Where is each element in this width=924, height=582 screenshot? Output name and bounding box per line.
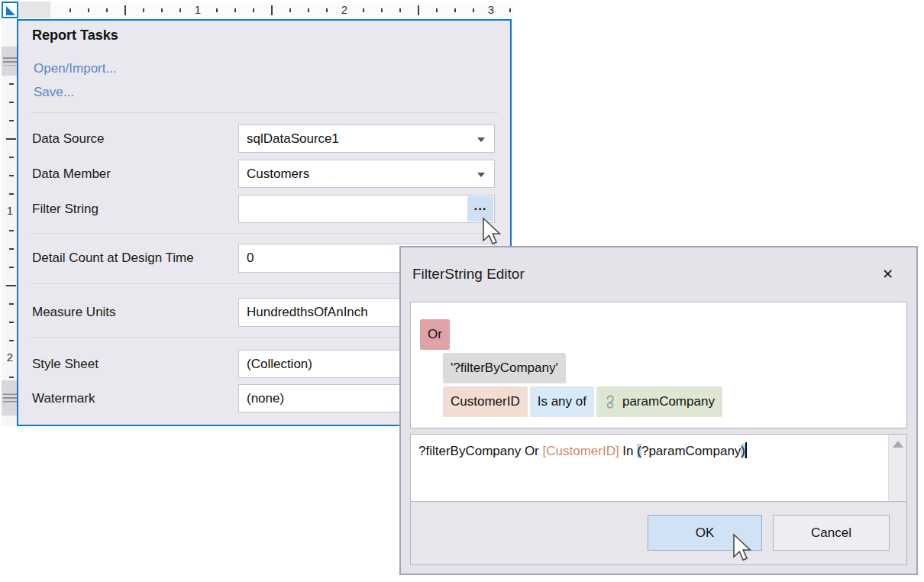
mouse-cursor	[732, 533, 753, 565]
watermark-label: Watermark	[32, 391, 95, 406]
save-link[interactable]: Save...	[34, 85, 74, 100]
data-member-value: Customers	[247, 167, 309, 182]
cancel-button[interactable]: Cancel	[773, 515, 890, 551]
ruler-corner[interactable]	[2, 2, 18, 18]
corner-triangle-icon	[4, 4, 18, 18]
text-caret	[745, 442, 747, 458]
style-sheet-value: (Collection)	[247, 357, 312, 372]
mouse-cursor	[481, 217, 502, 249]
grip-lines-icon	[3, 394, 17, 403]
style-sheet-label: Style Sheet	[32, 357, 99, 372]
expression-segment-field: [CustomerID]	[543, 444, 619, 458]
condition-row: CustomerID Is any of paramCompany	[443, 386, 906, 417]
ruler-number: 1	[190, 3, 205, 16]
vertical-ruler: 1 2	[2, 21, 18, 426]
ruler-number: 3	[483, 3, 499, 16]
separator	[31, 112, 498, 113]
report-designer-surface: 1 2 3 1 2 Report Tasks Open/Import... Sa…	[0, 0, 924, 582]
panel-title: Report Tasks	[32, 27, 118, 44]
measure-units-value: HundredthsOfAnInch	[247, 305, 368, 320]
dialog-title: FilterString Editor	[412, 266, 525, 283]
condition-row: Or	[420, 319, 906, 350]
condition-value-badge[interactable]: '?filterByCompany'	[443, 353, 566, 383]
ruler-number: 2	[2, 351, 18, 364]
open-import-link[interactable]: Open/Import...	[34, 61, 117, 76]
filter-string-input[interactable]	[238, 195, 495, 223]
data-member-label: Data Member	[32, 167, 111, 182]
expression-segment: ?paramCompany	[641, 444, 741, 458]
expression-segment: ?filterByCompany Or	[418, 444, 543, 458]
detail-count-label: Detail Count at Design Time	[32, 251, 194, 266]
data-source-label: Data Source	[32, 131, 105, 147]
filter-condition-tree: Or '?filterByCompany' CustomerID Is any …	[410, 302, 907, 428]
measure-units-label: Measure Units	[32, 305, 116, 320]
ruler-number: 1	[2, 204, 18, 217]
close-icon[interactable]: ✕	[882, 266, 893, 283]
data-source-value: sqlDataSource1	[247, 131, 339, 147]
watermark-value: (none)	[247, 391, 284, 406]
group-operator-badge[interactable]: Or	[420, 319, 450, 350]
ruler-margin-zone	[18, 2, 50, 18]
scroll-up-icon[interactable]	[893, 441, 903, 448]
condition-operator-badge[interactable]: Is any of	[530, 386, 594, 417]
expression-text-area[interactable]: ?filterByCompany Or [CustomerID] In (?pa…	[411, 435, 906, 501]
expression-editor-group: ?filterByCompany Or [CustomerID] In (?pa…	[410, 434, 907, 565]
horizontal-ruler: 1 2 3	[18, 2, 513, 18]
chevron-down-icon	[477, 137, 485, 142]
band-splitter-handle[interactable]	[2, 380, 18, 415]
condition-field-badge[interactable]: CustomerID	[443, 386, 528, 417]
condition-row: '?filterByCompany'	[443, 353, 906, 383]
separator	[31, 233, 498, 234]
chevron-down-icon	[477, 173, 485, 177]
parameter-icon	[604, 394, 616, 409]
grip-lines-icon	[3, 57, 17, 66]
ruler-number: 2	[337, 3, 352, 16]
detail-count-value: 0	[247, 251, 254, 266]
dialog-footer: OK Cancel	[411, 501, 906, 564]
data-member-dropdown[interactable]: Customers	[238, 160, 495, 188]
condition-parameter-badge[interactable]: paramCompany	[596, 386, 722, 417]
filter-string-label: Filter String	[32, 202, 99, 217]
expression-text: ?filterByCompany Or [CustomerID] In (?pa…	[418, 442, 747, 459]
band-splitter-handle[interactable]	[2, 47, 18, 76]
data-source-dropdown[interactable]: sqlDataSource1	[238, 124, 495, 153]
condition-parameter-label: paramCompany	[622, 394, 715, 409]
expression-segment: In	[619, 444, 638, 458]
filterstring-editor-dialog: FilterString Editor ✕ Or '?filterByCompa…	[399, 246, 918, 575]
scrollbar[interactable]	[888, 435, 906, 501]
